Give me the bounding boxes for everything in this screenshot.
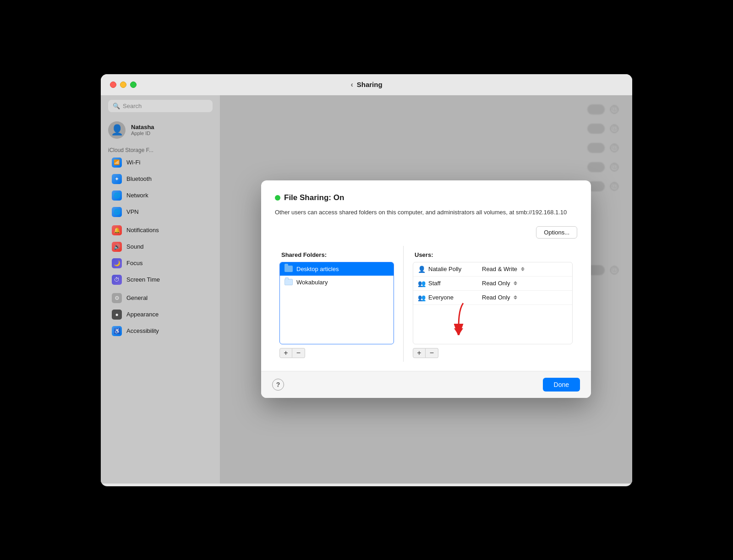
file-sharing-title: File Sharing: On <box>284 193 344 202</box>
sidebar-item-label-general: General <box>126 294 148 301</box>
focus-icon: 🌙 <box>112 258 122 268</box>
sidebar-item-label-focus: Focus <box>126 260 142 266</box>
sidebar-section-notifications: 🔔 Notifications 🔊 Sound 🌙 Focus ⏱ Screen… <box>101 222 220 288</box>
done-button[interactable]: Done <box>543 378 580 391</box>
permission-label-everyone: Read Only <box>482 294 510 301</box>
traffic-lights <box>110 82 137 88</box>
notifications-icon: 🔔 <box>112 225 122 235</box>
permission-chevron-everyone <box>514 295 517 299</box>
search-bar[interactable]: 🔍 Search <box>108 100 213 112</box>
search-icon: 🔍 <box>113 103 120 109</box>
users-header: Users: <box>408 246 577 262</box>
user-name-everyone: 👥 Everyone <box>418 294 482 301</box>
folder-item-wokabulary[interactable]: Wokabulary <box>280 276 394 289</box>
options-btn-row: Options... <box>275 226 577 239</box>
status-dot <box>275 195 280 201</box>
user-item-everyone[interactable]: 👥 Everyone Read Only <box>413 291 572 305</box>
main-window: ‹ Sharing 🔍 Search 👤 Natasha Apple ID iC… <box>101 74 632 486</box>
window-title: Sharing <box>357 81 383 88</box>
modal-top: File Sharing: On Other users can access … <box>261 180 591 371</box>
user-list: 👤 Natalie Polly Read & Write <box>413 262 573 344</box>
add-user-button[interactable]: + <box>413 348 426 358</box>
user-sub: Apple ID <box>131 130 154 136</box>
close-button[interactable] <box>110 82 116 88</box>
network-icon: 🌐 <box>112 190 122 201</box>
sidebar-item-notifications[interactable]: 🔔 Notifications <box>104 222 216 239</box>
icloud-storage: iCloud Storage F... <box>101 146 220 154</box>
user-icon-everyone: 👥 <box>418 294 426 301</box>
user-profile[interactable]: 👤 Natasha Apple ID <box>101 118 220 142</box>
user-permission-natalie[interactable]: Read & Write <box>482 266 525 272</box>
sidebar-item-label-network: Network <box>126 192 148 199</box>
users-panel: Users: 👤 Natalie Polly <box>408 246 577 362</box>
sidebar-section-general: ⚙ General ● Appearance ♿ Accessibility <box>101 290 220 339</box>
sidebar-item-screentime[interactable]: ⏱ Screen Time <box>104 272 216 288</box>
user-info: Natasha Apple ID <box>131 124 154 136</box>
title-bar: ‹ Sharing <box>101 74 632 95</box>
help-button[interactable]: ? <box>272 379 284 391</box>
sidebar-section-network: 📶 Wi-Fi ✦ Bluetooth 🌐 Network 🌐 VPN <box>101 154 220 220</box>
folder-add-remove-controls: + − <box>279 348 394 358</box>
main-content: 🔍 Search 👤 Natasha Apple ID iCloud Stora… <box>101 95 632 484</box>
sidebar-item-label-sound: Sound <box>126 243 144 250</box>
sidebar-item-general[interactable]: ⚙ General <box>104 290 216 306</box>
user-name-natalie: 👤 Natalie Polly <box>418 266 482 273</box>
user-item-staff[interactable]: 👥 Staff Read Only <box>413 277 572 291</box>
user-icon-staff: 👥 <box>418 280 426 287</box>
folder-list: Desktop articles Wokabulary <box>279 262 394 344</box>
shared-folders-header: Shared Folders: <box>275 246 399 262</box>
sound-icon: 🔊 <box>112 242 122 252</box>
remove-folder-button[interactable]: − <box>292 348 305 358</box>
file-sharing-modal: File Sharing: On Other users can access … <box>261 180 591 398</box>
sidebar-item-focus[interactable]: 🌙 Focus <box>104 255 216 272</box>
permission-chevron-natalie <box>521 267 525 271</box>
general-icon: ⚙ <box>112 293 122 303</box>
folders-users-container: Shared Folders: Desktop articles <box>275 246 577 362</box>
search-placeholder: Search <box>123 103 142 109</box>
options-button[interactable]: Options... <box>536 226 577 239</box>
sidebar-item-appearance[interactable]: ● Appearance <box>104 306 216 323</box>
accessibility-icon: ♿ <box>112 326 122 336</box>
avatar: 👤 <box>108 121 126 139</box>
user-item-natalie[interactable]: 👤 Natalie Polly Read & Write <box>413 262 572 277</box>
sidebar-item-accessibility[interactable]: ♿ Accessibility <box>104 323 216 339</box>
sidebar-item-vpn[interactable]: 🌐 VPN <box>104 204 216 220</box>
screentime-icon: ⏱ <box>112 275 122 285</box>
sidebar-item-label-appearance: Appearance <box>126 311 159 318</box>
sidebar-item-sound[interactable]: 🔊 Sound <box>104 239 216 255</box>
sidebar-item-network[interactable]: 🌐 Network <box>104 187 216 204</box>
sidebar-item-label-bluetooth: Bluetooth <box>126 175 152 182</box>
appearance-icon: ● <box>112 310 122 320</box>
sidebar-item-bluetooth[interactable]: ✦ Bluetooth <box>104 171 216 187</box>
remove-user-button[interactable]: − <box>426 348 438 358</box>
user-label-staff: Staff <box>428 280 441 287</box>
maximize-button[interactable] <box>130 82 137 88</box>
wifi-icon: 📶 <box>112 158 122 168</box>
sidebar-item-label-accessibility: Accessibility <box>126 327 159 334</box>
modal-footer: ? Done <box>261 371 591 398</box>
permission-chevron-staff <box>514 281 517 285</box>
user-add-remove-controls: + − <box>413 348 573 358</box>
user-name-staff: 👥 Staff <box>418 280 482 287</box>
sidebar-item-wifi[interactable]: 📶 Wi-Fi <box>104 154 216 171</box>
modal-overlay: File Sharing: On Other users can access … <box>220 95 632 484</box>
minimize-button[interactable] <box>120 82 126 88</box>
user-icon-natalie: 👤 <box>418 266 426 273</box>
content-area: ⓘ ⓘ ⓘ ⓘ ⓘ Off <box>220 95 632 484</box>
user-label-natalie: Natalie Polly <box>428 266 461 272</box>
folder-name-desktop-articles: Desktop articles <box>296 266 339 272</box>
add-folder-button[interactable]: + <box>279 348 292 358</box>
back-button[interactable]: ‹ <box>350 81 353 89</box>
user-permission-staff[interactable]: Read Only <box>482 280 517 287</box>
sidebar: 🔍 Search 👤 Natasha Apple ID iCloud Stora… <box>101 95 220 484</box>
user-permission-everyone[interactable]: Read Only <box>482 294 517 301</box>
sidebar-item-label-notifications: Notifications <box>126 227 159 234</box>
user-label-everyone: Everyone <box>428 294 454 301</box>
folder-item-desktop-articles[interactable]: Desktop articles <box>280 262 394 276</box>
window-title-area: ‹ Sharing <box>350 81 382 89</box>
bluetooth-icon: ✦ <box>112 174 122 184</box>
file-sharing-header: File Sharing: On <box>275 193 577 202</box>
vpn-icon: 🌐 <box>112 207 122 217</box>
sidebar-item-label-vpn: VPN <box>126 208 139 215</box>
folder-name-wokabulary: Wokabulary <box>296 279 328 286</box>
